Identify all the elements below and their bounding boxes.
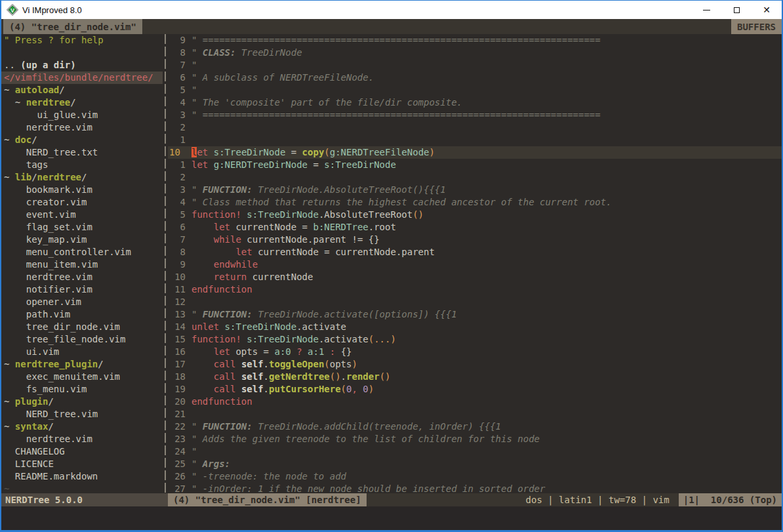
tree-item[interactable]: ~ doc/	[1, 134, 163, 146]
code-text	[186, 134, 191, 146]
token: key_map.vim	[4, 234, 87, 245]
tree-item[interactable]: fs_menu.vim	[1, 383, 163, 396]
code-line[interactable]: 5function! s:TreeDirNode.AbsoluteTreeRoo…	[168, 209, 782, 221]
tab-tree-dir-node[interactable]: (4) "tree_dir_node.vim"	[3, 19, 142, 34]
token: call	[214, 371, 236, 382]
token: )	[369, 384, 374, 394]
code-line[interactable]: 20endfunction	[168, 396, 782, 408]
tree-item[interactable]: menu_controller.vim	[1, 246, 163, 258]
tree-item[interactable]: nerdtree.vim	[1, 121, 163, 134]
code-line[interactable]: 9" =====================================…	[168, 34, 782, 47]
tree-item[interactable]: tags	[1, 159, 163, 171]
minimize-button[interactable]	[691, 1, 721, 19]
tree-item[interactable]: creator.vim	[1, 196, 163, 209]
close-button[interactable]: ✕	[752, 1, 782, 19]
tree-item[interactable]: nerdtree.vim	[1, 271, 163, 283]
token: .activate	[319, 334, 369, 344]
code-text: " Class method that returns the highest …	[186, 196, 612, 209]
code-line[interactable]: 1	[168, 134, 782, 146]
token: (	[341, 384, 346, 394]
code-line[interactable]: 3" =====================================…	[168, 109, 782, 121]
tree-item[interactable]: tree_dir_node.vim	[1, 321, 163, 333]
line-number: 11	[168, 283, 186, 296]
code-line[interactable]: 9 endwhile	[168, 258, 782, 271]
tree-item[interactable]: ui.vim	[1, 346, 163, 358]
code-line[interactable]: 8" CLASS: TreeDirNode	[168, 47, 782, 59]
line-number: 19	[168, 383, 186, 396]
tree-item-selected[interactable]: </vimfiles/bundle/nerdtree/	[1, 72, 163, 84]
code-line[interactable]: 16 let opts = a:0 ? a:1 : {}	[168, 346, 782, 358]
token: .	[264, 359, 269, 369]
code-text: function! s:TreeDirNode.activate(...)	[186, 333, 396, 346]
tree-item[interactable]: nerdtree.vim	[1, 433, 163, 445]
code-line[interactable]: 3" FUNCTION: TreeDirNode.AbsoluteTreeRoo…	[168, 184, 782, 196]
token: =	[308, 159, 324, 170]
tree-item[interactable]: ~ nerdtree_plugin/	[1, 358, 163, 371]
tree-item[interactable]: " Press ? for help	[1, 34, 163, 47]
tree-item[interactable]: .. (up a dir)	[1, 59, 163, 72]
line-number: 5	[168, 209, 186, 221]
token: ui.vim	[4, 346, 59, 357]
buffers-label[interactable]: BUFFERS	[731, 19, 782, 34]
token: g:NERDTreeDirNode	[214, 159, 308, 170]
code-line[interactable]: 4" Class method that returns the highest…	[168, 196, 782, 209]
code-line[interactable]: 23" Adds the given treenode to the list …	[168, 433, 782, 445]
code-line[interactable]: 13" FUNCTION: TreeDirNode.activate([opti…	[168, 308, 782, 321]
code-line[interactable]: 14unlet s:TreeDirNode.activate	[168, 321, 782, 333]
code-line[interactable]: 27" -inOrder: 1 if the new node should b…	[168, 483, 782, 493]
tree-item[interactable]: LICENCE	[1, 458, 163, 470]
code-line[interactable]: 7 while currentNode.parent != {}	[168, 234, 782, 246]
code-line[interactable]: 17 call self.toggleOpen(opts)	[168, 358, 782, 371]
tree-item[interactable]: tree_file_node.vim	[1, 333, 163, 346]
code-line[interactable]: 26" -treenode: the node to add	[168, 470, 782, 483]
code-line[interactable]: 22" FUNCTION: TreeDirNode.addChild(treen…	[168, 420, 782, 433]
code-line[interactable]: 10 return currentNode	[168, 271, 782, 283]
window-split-separator[interactable]	[163, 34, 168, 493]
tree-item[interactable]: ~ nerdtree/	[1, 96, 163, 109]
tree-item[interactable]: ~ plugin/	[1, 396, 163, 408]
tree-item[interactable]: event.vim	[1, 209, 163, 221]
code-line[interactable]: 2	[168, 171, 782, 184]
tree-item[interactable]: NERD_tree.vim	[1, 408, 163, 420]
tree-item[interactable]: exec_menuitem.vim	[1, 371, 163, 383]
code-line[interactable]: 1let g:NERDTreeDirNode = s:TreeDirNode	[168, 159, 782, 171]
token	[191, 247, 235, 257]
tree-item[interactable]: ~	[1, 483, 163, 493]
tree-item[interactable]: key_map.vim	[1, 234, 163, 246]
code-line[interactable]: 5"	[168, 84, 782, 96]
code-line-current[interactable]: 10let s:TreeDirNode = copy(g:NERDTreeFil…	[168, 146, 782, 159]
tree-item[interactable]: README.markdown	[1, 470, 163, 483]
maximize-button[interactable]	[721, 1, 752, 19]
tree-item[interactable]: NERD_tree.txt	[1, 146, 163, 159]
code-line[interactable]: 18 call self.getNerdtree().render()	[168, 371, 782, 383]
code-line[interactable]: 6 let currentNode = b:NERDTree.root	[168, 221, 782, 234]
tree-item[interactable]: flag_set.vim	[1, 221, 163, 234]
code-line[interactable]: 15function! s:TreeDirNode.activate(...)	[168, 333, 782, 346]
code-line[interactable]: 24"	[168, 445, 782, 458]
tree-item[interactable]: ~ autoload/	[1, 84, 163, 96]
command-line[interactable]	[1, 506, 782, 530]
tree-item[interactable]: CHANGELOG	[1, 445, 163, 458]
code-line[interactable]: 19 call self.putCursorHere(0, 0)	[168, 383, 782, 396]
tree-item[interactable]: menu_item.vim	[1, 258, 163, 271]
tree-item[interactable]: bookmark.vim	[1, 184, 163, 196]
tree-item[interactable]: notifier.vim	[1, 283, 163, 296]
code-line[interactable]: 25" Args:	[168, 458, 782, 470]
code-line[interactable]: 2	[168, 121, 782, 134]
tree-item[interactable]: ui_glue.vim	[1, 109, 163, 121]
tree-item[interactable]: ~ lib/nerdtree/	[1, 171, 163, 184]
tree-item[interactable]: opener.vim	[1, 296, 163, 308]
code-line[interactable]: 4" The 'composite' part of the file/dir …	[168, 96, 782, 109]
code-line[interactable]: 6" A subclass of NERDTreeFileNode.	[168, 72, 782, 84]
code-line[interactable]: 11endfunction	[168, 283, 782, 296]
code-line[interactable]: 8 let currentNode = currentNode.parent	[168, 246, 782, 258]
code-line[interactable]: 21	[168, 408, 782, 420]
token: nerdtree.vim	[4, 434, 92, 444]
tree-item[interactable]: path.vim	[1, 308, 163, 321]
tree-item[interactable]	[1, 47, 163, 59]
line-number: 4	[168, 96, 186, 109]
tree-item[interactable]: ~ syntax/	[1, 420, 163, 433]
code-line[interactable]: 12	[168, 296, 782, 308]
token: ~	[4, 172, 15, 182]
code-line[interactable]: 7"	[168, 59, 782, 72]
